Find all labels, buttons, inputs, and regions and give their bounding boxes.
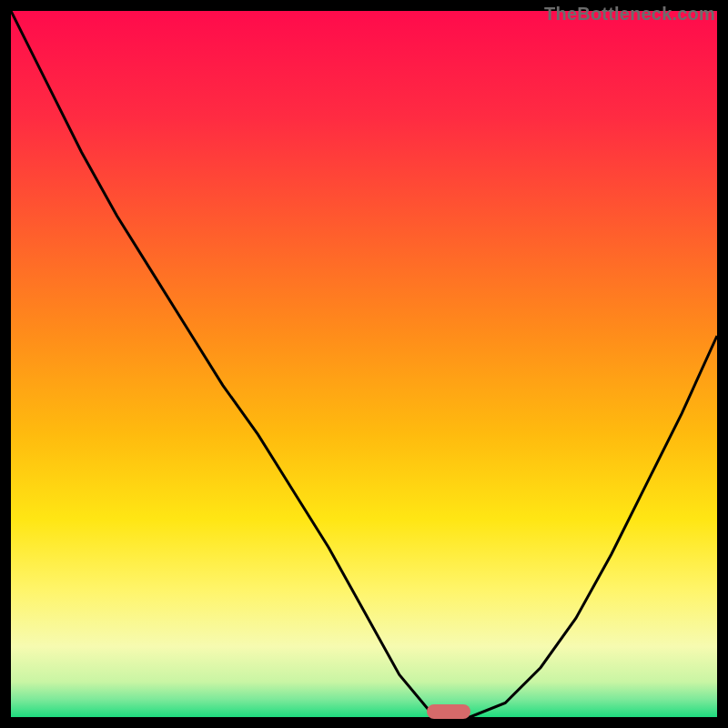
bottleneck-chart — [11, 11, 717, 717]
